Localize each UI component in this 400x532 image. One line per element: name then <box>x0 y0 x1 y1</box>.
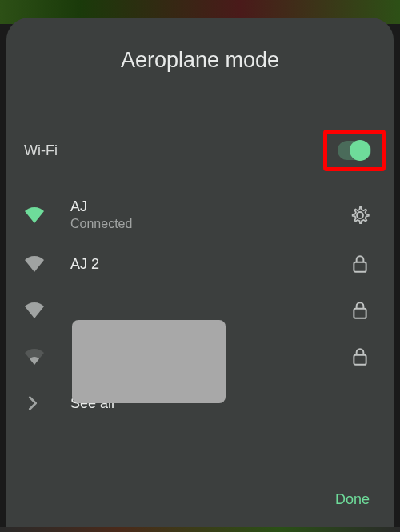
network-status: Connected <box>70 217 344 231</box>
wifi-toggle[interactable] <box>338 141 371 160</box>
panel-title: Aeroplane mode <box>6 48 394 73</box>
svg-rect-0 <box>354 262 366 272</box>
lock-indicator <box>344 254 376 274</box>
network-settings-button[interactable] <box>344 206 376 225</box>
lock-icon <box>352 254 368 274</box>
panel-header: Aeroplane mode <box>6 18 394 118</box>
wifi-signal-icon <box>24 302 56 318</box>
network-info: AJ 2 <box>56 256 344 273</box>
wifi-signal-icon <box>24 349 56 365</box>
chevron-right-icon <box>24 394 56 412</box>
network-info: AJ Connected <box>56 198 344 231</box>
lock-icon <box>352 347 368 366</box>
toggle-thumb <box>350 140 370 161</box>
lock-indicator <box>344 347 376 366</box>
wifi-network-item[interactable]: AJ 2 <box>6 241 394 287</box>
wifi-signal-icon <box>24 256 56 272</box>
panel-footer: Done <box>6 470 394 532</box>
wallpaper-peek-bottom <box>0 527 400 532</box>
svg-rect-1 <box>354 309 366 318</box>
gear-icon <box>350 206 370 225</box>
lock-icon <box>352 301 368 320</box>
wifi-toggle-container <box>331 134 378 166</box>
wifi-network-item[interactable]: AJ Connected <box>6 189 394 241</box>
redacted-overlay <box>72 320 226 403</box>
wifi-toggle-row: Wi-Fi <box>6 118 394 182</box>
network-name: AJ 2 <box>70 256 344 273</box>
svg-rect-2 <box>354 355 366 365</box>
wifi-signal-icon <box>24 207 56 223</box>
lock-indicator <box>344 301 376 320</box>
network-name: AJ <box>70 198 344 215</box>
quick-settings-panel: Aeroplane mode Wi-Fi AJ Connected <box>6 18 394 532</box>
done-button[interactable]: Done <box>335 491 370 508</box>
wifi-label: Wi-Fi <box>24 142 58 159</box>
